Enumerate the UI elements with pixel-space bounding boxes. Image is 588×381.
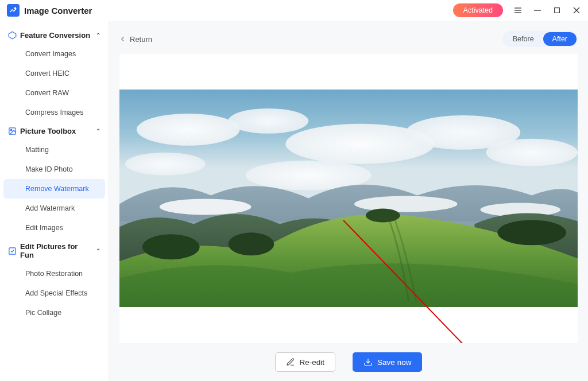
sidebar-section-label: Picture Toolbox — [20, 127, 76, 135]
svg-point-13 — [137, 114, 240, 146]
download-icon — [363, 357, 373, 367]
chevron-left-icon — [119, 36, 126, 42]
sidebar-item-add-watermark[interactable]: Add Watermark — [0, 199, 109, 218]
sidebar-item-make-id-photo[interactable]: Make ID Photo — [0, 160, 109, 179]
reedit-button[interactable]: Re-edit — [275, 352, 336, 372]
chevron-up-icon: ⌃ — [96, 32, 100, 38]
sidebar-item-pic-collage[interactable]: Pic Collage — [0, 303, 109, 322]
picture-toolbox-icon — [8, 127, 17, 135]
sidebar-item-convert-heic[interactable]: Convert HEIC — [0, 64, 109, 83]
svg-point-25 — [366, 209, 400, 223]
sidebar-item-add-special-effects[interactable]: Add Special Effects — [0, 283, 109, 303]
app-title: Image Converter — [24, 6, 92, 15]
edit-icon — [286, 357, 295, 367]
sidebar-section-label: Feature Conversion — [20, 31, 90, 40]
sidebar-item-convert-images[interactable]: Convert Images — [0, 44, 109, 64]
sidebar-section-feature-conversion[interactable]: Feature Conversion ⌃ — [0, 26, 109, 44]
feature-conversion-icon — [8, 31, 17, 40]
app-logo-icon — [7, 4, 20, 17]
sidebar-item-compress-images[interactable]: Compress Images — [0, 103, 109, 122]
chevron-up-icon: ⌃ — [96, 248, 100, 254]
activated-badge[interactable]: Activated — [453, 3, 503, 17]
sidebar-item-matting[interactable]: Matting — [0, 140, 109, 160]
content-area: Return Before After — [109, 21, 588, 381]
menu-icon[interactable] — [513, 6, 523, 15]
svg-marker-8 — [9, 32, 16, 39]
svg-point-23 — [142, 235, 200, 260]
titlebar: Image Converter Activated — [0, 0, 588, 21]
edit-fun-icon — [8, 247, 17, 255]
sidebar-item-edit-images[interactable]: Edit Images — [0, 218, 109, 238]
sidebar: Feature Conversion ⌃ Convert Images Conv… — [0, 21, 109, 381]
svg-point-18 — [125, 153, 206, 176]
svg-point-24 — [229, 233, 274, 256]
minimize-icon[interactable] — [533, 6, 542, 15]
return-label: Return — [130, 35, 152, 44]
close-icon[interactable] — [572, 6, 581, 15]
sidebar-item-remove-watermark[interactable]: Remove Watermark — [3, 179, 105, 199]
svg-point-10 — [10, 129, 12, 131]
before-after-toggle: Before After — [502, 31, 578, 47]
preview-image — [119, 90, 578, 307]
sidebar-section-picture-toolbox[interactable]: Picture Toolbox ⌃ — [0, 122, 109, 140]
svg-point-21 — [354, 196, 458, 212]
save-button[interactable]: Save now — [353, 352, 422, 372]
before-tab[interactable]: Before — [504, 32, 543, 46]
sidebar-item-convert-raw[interactable]: Convert RAW — [0, 83, 109, 103]
svg-point-20 — [160, 199, 252, 215]
svg-rect-5 — [555, 8, 560, 13]
svg-rect-11 — [9, 247, 16, 254]
sidebar-item-photo-restoration[interactable]: Photo Restoration — [0, 264, 109, 283]
action-bar: Re-edit Save now — [119, 343, 578, 374]
sidebar-section-label: Edit Pictures for Fun — [20, 242, 92, 259]
svg-point-14 — [229, 108, 309, 134]
svg-point-17 — [486, 139, 578, 166]
save-label: Save now — [377, 358, 411, 367]
image-canvas — [119, 54, 578, 343]
svg-point-0 — [14, 7, 16, 9]
maximize-icon[interactable] — [552, 6, 562, 15]
after-tab[interactable]: After — [543, 32, 577, 46]
chevron-up-icon: ⌃ — [96, 128, 100, 134]
svg-point-26 — [497, 220, 566, 246]
sidebar-section-edit-fun[interactable]: Edit Pictures for Fun ⌃ — [0, 238, 109, 264]
reedit-label: Re-edit — [300, 358, 325, 367]
return-button[interactable]: Return — [119, 35, 152, 44]
